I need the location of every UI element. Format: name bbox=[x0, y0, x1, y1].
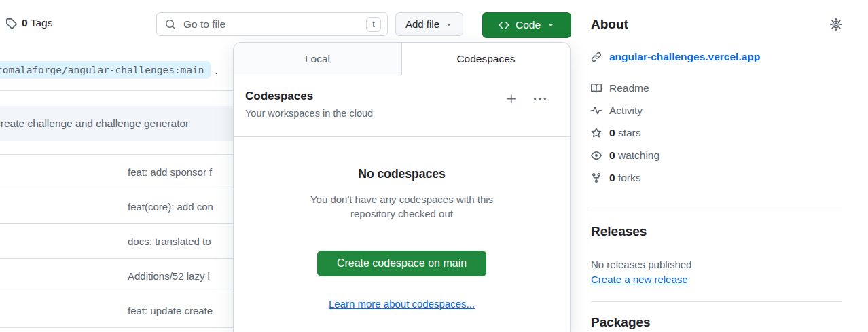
sidebar-item-activity[interactable]: Activity bbox=[591, 105, 659, 117]
pulse-icon bbox=[591, 105, 602, 116]
repo-branch-code: tomalaforge/angular-challenges:main bbox=[0, 61, 211, 79]
code-button[interactable]: Code bbox=[482, 12, 571, 38]
commit-message-link[interactable]: feat: update create bbox=[128, 305, 213, 316]
packages-heading: Packages bbox=[591, 315, 651, 330]
gear-icon bbox=[830, 18, 842, 31]
repo-website-row: angular-challenges.vercel.app bbox=[591, 51, 760, 63]
search-input[interactable] bbox=[182, 18, 360, 31]
table-row[interactable]: Additions/52 lazy l bbox=[0, 258, 233, 293]
tab-local[interactable]: Local bbox=[234, 43, 402, 75]
commit-message-link[interactable]: feat(core): add con bbox=[128, 201, 213, 213]
latest-commit-bar: create challenge and challenge generator bbox=[0, 106, 233, 141]
github-repo-page: 0 Tags t Add file Code tomalaforge/angul… bbox=[0, 0, 868, 332]
about-heading: About bbox=[591, 17, 628, 32]
sidebar-item-forks[interactable]: 0 forks bbox=[591, 172, 659, 184]
shortcut-key-badge: t bbox=[366, 17, 381, 32]
chevron-down-icon bbox=[445, 20, 453, 29]
codespaces-empty-state: No codespaces You don't have any codespa… bbox=[234, 166, 570, 310]
about-meta-list: Readme Activity 0 stars 0 watching 0 for… bbox=[591, 82, 659, 184]
new-codespace-button[interactable] bbox=[505, 93, 518, 105]
table-row[interactable]: docs: translated to bbox=[0, 223, 233, 258]
codespaces-header: Codespaces Your workspaces in the cloud bbox=[234, 75, 570, 137]
commit-message-link[interactable]: Additions/52 lazy l bbox=[128, 270, 210, 282]
search-icon bbox=[165, 19, 176, 30]
releases-heading: Releases bbox=[591, 224, 647, 239]
section-divider bbox=[0, 90, 233, 91]
sidebar-item-watching[interactable]: 0 watching bbox=[591, 149, 659, 162]
clone-ref-snippet: tomalaforge/angular-challenges:main . bbox=[0, 61, 218, 79]
create-codespace-button[interactable]: Create codespace on main bbox=[317, 251, 486, 276]
fork-icon bbox=[591, 172, 602, 183]
learn-more-link[interactable]: Learn more about codespaces... bbox=[329, 298, 475, 310]
create-release-link[interactable]: Create a new release bbox=[591, 274, 688, 285]
latest-commit-message[interactable]: create challenge and challenge generator bbox=[0, 117, 189, 130]
tags-link[interactable]: 0 Tags bbox=[5, 17, 52, 29]
star-icon bbox=[591, 128, 602, 139]
sidebar-item-stars[interactable]: 0 stars bbox=[591, 127, 659, 139]
table-row[interactable]: feat: add sponsor f bbox=[0, 154, 233, 189]
go-to-file-search[interactable]: t bbox=[156, 12, 388, 36]
code-dropdown-panel: Local Codespaces Codespaces Your workspa… bbox=[233, 42, 571, 332]
tags-count-label: 0 Tags bbox=[22, 17, 52, 29]
empty-state-description: You don't have any codespaces with this … bbox=[297, 192, 507, 221]
table-row[interactable]: feat: update create bbox=[0, 293, 233, 327]
add-file-label: Add file bbox=[405, 18, 439, 30]
edit-repo-settings-button[interactable] bbox=[830, 18, 842, 31]
code-icon bbox=[499, 20, 509, 31]
sidebar-item-readme[interactable]: Readme bbox=[591, 82, 659, 94]
book-icon bbox=[591, 83, 602, 94]
kebab-icon bbox=[534, 93, 546, 105]
repo-sidebar: About angular-challenges.vercel.app Read… bbox=[591, 0, 842, 332]
add-file-button[interactable]: Add file bbox=[395, 12, 463, 36]
sidebar-divider bbox=[591, 301, 842, 302]
table-row[interactable]: feat(core): add con bbox=[0, 189, 233, 223]
codespaces-subtitle: Your workspaces in the cloud bbox=[245, 107, 559, 119]
sidebar-divider bbox=[591, 210, 842, 210]
file-table: feat: add sponsor f feat(core): add con … bbox=[0, 154, 233, 328]
commit-message-link[interactable]: feat: add sponsor f bbox=[128, 166, 212, 178]
tag-icon bbox=[5, 18, 17, 29]
commit-message-link[interactable]: docs: translated to bbox=[128, 236, 211, 247]
dropdown-tabs: Local Codespaces bbox=[234, 43, 570, 75]
codespaces-options-button[interactable] bbox=[534, 93, 546, 105]
sentence-period: . bbox=[215, 64, 218, 76]
releases-empty-text: No releases published bbox=[591, 259, 691, 270]
repo-website-link[interactable]: angular-challenges.vercel.app bbox=[609, 51, 760, 63]
eye-icon bbox=[591, 150, 602, 161]
link-icon bbox=[591, 52, 602, 62]
empty-state-title: No codespaces bbox=[234, 166, 570, 181]
plus-icon bbox=[505, 93, 518, 105]
chevron-down-icon bbox=[547, 21, 555, 29]
tab-codespaces[interactable]: Codespaces bbox=[402, 43, 570, 75]
code-button-label: Code bbox=[516, 19, 541, 31]
